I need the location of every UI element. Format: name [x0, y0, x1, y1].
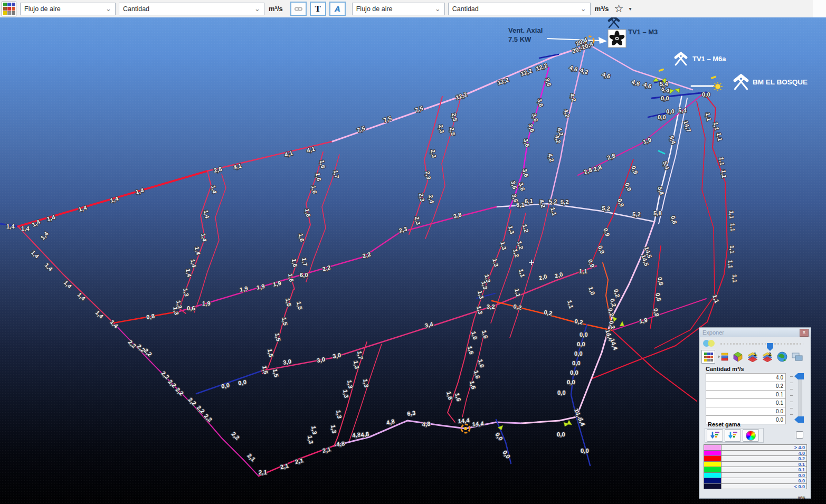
tab-layers-2[interactable]: 2 [761, 350, 774, 364]
legend-value: < 0.0 [721, 483, 807, 490]
airflow-value-label: 5,4 [678, 107, 687, 113]
airflow-value-label: 3,6 [521, 168, 530, 177]
airflow-select-2[interactable]: Flujo de aire ⌄ [352, 3, 445, 15]
airway-segment[interactable] [603, 263, 612, 330]
airflow-value-label: 3,0 [316, 356, 326, 364]
airway-segment[interactable] [659, 151, 664, 154]
tab-colors[interactable] [701, 350, 715, 364]
airway-segment[interactable] [194, 174, 226, 312]
airflow-value-label: 0,0 [666, 108, 675, 115]
airflow-value-label: 0,0 [557, 389, 566, 396]
svg-text:1: 1 [754, 351, 756, 357]
range-value-input[interactable]: 0.1 [706, 398, 786, 407]
fan-arrow-icon [675, 87, 682, 94]
link-scales-button[interactable] [290, 2, 307, 16]
tab-cube[interactable] [731, 350, 745, 364]
range-value-input[interactable]: 0.0 [706, 407, 786, 416]
airway-segment[interactable] [578, 93, 704, 175]
airflow-value-label: 0,8 [657, 277, 664, 286]
airway-segment[interactable] [654, 101, 715, 348]
airflow-value-label: 0,0 [702, 91, 710, 98]
airflow-value-label: 3,0 [332, 351, 341, 359]
airway-segment[interactable] [409, 97, 442, 234]
airflow-value-label: 0,8 [670, 215, 678, 224]
airway-segment[interactable] [470, 210, 511, 336]
airflow-value-label: 4,8 [336, 440, 345, 448]
gradient-sort-button-1[interactable] [707, 429, 723, 442]
exponer-panel: Exponer x [699, 327, 811, 499]
airflow-value-label: 1,3 [491, 258, 500, 267]
airflow-value-label: 2,2 [187, 396, 198, 407]
airflow-value-label: 1,3 [172, 306, 180, 316]
favorite-star-icon[interactable]: ☆ [614, 2, 623, 15]
airway-segment[interactable] [510, 205, 549, 338]
quantity-select-2[interactable]: Cantidad ⌄ [448, 3, 591, 15]
ranges-icon [717, 352, 729, 362]
range-slider-handle-top[interactable] [794, 373, 804, 379]
airflow-value-label: 1,1 [566, 299, 575, 309]
gradient-sort-button-2[interactable] [725, 429, 741, 442]
font-style-button[interactable]: A [329, 2, 346, 16]
gradient-button-group [705, 428, 764, 443]
tab-screens[interactable] [790, 350, 804, 364]
tab-ranges[interactable] [716, 350, 730, 364]
airway-segment[interactable] [179, 207, 496, 311]
tab-globe[interactable] [775, 350, 789, 364]
airflow-value-label: 2,5 [451, 112, 459, 122]
range-value-input[interactable]: 0.1 [706, 390, 786, 399]
airflow-value-label: 2,3 [438, 124, 445, 134]
tab-layers-1[interactable]: 1 [746, 350, 759, 364]
range-checkbox[interactable] [796, 431, 803, 439]
panel-header[interactable]: Exponer x [699, 328, 811, 337]
display-manager-button[interactable] [2, 2, 16, 16]
airflow-value-label: 4,8 [352, 431, 361, 439]
crossed-hammers-icon [609, 17, 619, 27]
color-wheel-button[interactable] [743, 429, 759, 442]
transparency-slider[interactable] [720, 343, 803, 345]
airway-segment[interactable] [448, 336, 470, 422]
range-value-input[interactable]: 4.0 [706, 373, 786, 382]
airway-segment[interactable] [349, 344, 382, 441]
text-labels-button[interactable]: T [310, 2, 326, 16]
chain-link-icon [295, 6, 302, 12]
airflow-value-label: 1,4 [94, 309, 105, 320]
range-slider[interactable] [799, 374, 802, 423]
dropdown-caret-icon[interactable]: ▾ [629, 6, 631, 12]
range-value-input[interactable]: 0.2 [706, 382, 786, 391]
airway-segment[interactable] [462, 331, 485, 417]
airway-segment[interactable] [18, 226, 113, 323]
panel-tabs: 1 2 [701, 350, 804, 364]
airflow-value-label: 1,7 [301, 257, 309, 267]
tv1-m3-label: TV1 – M3 [628, 28, 658, 36]
airflow-value-label: 5,4 [657, 186, 666, 196]
airflow-value-label: 2,2 [127, 339, 138, 349]
airflow-value-label: 0,0 [574, 350, 583, 357]
airflow-value-label: 1,6 [298, 233, 306, 242]
layers-2-icon: 2 [762, 351, 773, 362]
airflow-select-1[interactable]: Flujo de aire ⌄ [20, 3, 116, 15]
airflow-value-label: 4,2 [563, 108, 571, 118]
airflow-value-label: 3,6 [527, 123, 536, 132]
legend-swatch[interactable] [704, 483, 721, 490]
legend-row: < 0.0 [704, 483, 807, 490]
airflow-value-label: 6,0 [300, 272, 308, 278]
airflow-value-label: 1,7 [333, 169, 340, 179]
airflow-value-label: 1,1 [518, 268, 526, 278]
airway-segment[interactable] [591, 159, 633, 264]
airflow-value-label: 1,3 [480, 280, 489, 290]
airway-segment[interactable] [492, 301, 612, 330]
airflow-value-label: 0,6 [187, 305, 195, 311]
airflow-value-label: 1,6 [304, 208, 312, 217]
airflow-value-label: 1,4 [135, 187, 145, 195]
quantity-select-1[interactable]: Cantidad ⌄ [119, 3, 264, 15]
fan-station-icon[interactable] [608, 17, 626, 47]
airflow-value-label: 0,2 [613, 288, 621, 298]
range-slider-handle-bottom[interactable] [794, 416, 804, 423]
airway-segment[interactable] [261, 266, 596, 371]
airflow-value-label: 0,0 [581, 448, 589, 454]
close-icon[interactable]: x [800, 329, 809, 337]
airflow-value-label: 2,3 [418, 193, 426, 202]
airflow-value-label: 1,1 [720, 169, 727, 178]
airway-segment[interactable] [592, 46, 692, 90]
airflow-value-label: 1,1 [716, 132, 724, 141]
